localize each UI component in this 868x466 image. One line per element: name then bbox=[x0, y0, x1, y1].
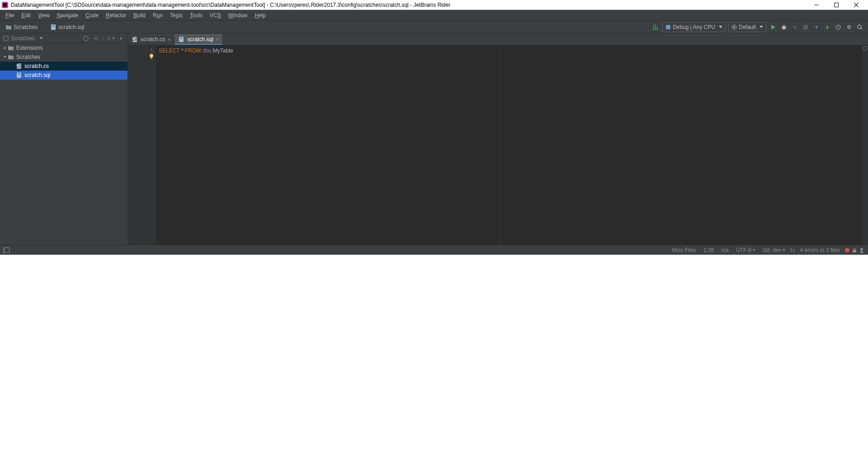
status-hector-icon[interactable] bbox=[858, 247, 865, 254]
editor-area: C#scratch.cs×scratch.sql× 1 SELECT * FRO… bbox=[128, 33, 868, 245]
status-encoding[interactable]: UTF-8 bbox=[732, 247, 759, 253]
sql-file-icon bbox=[178, 36, 184, 43]
menu-run[interactable]: Run bbox=[149, 11, 166, 20]
svg-point-11 bbox=[858, 25, 861, 29]
hide-panel-icon[interactable] bbox=[117, 34, 125, 43]
menu-navigate[interactable]: Navigate bbox=[53, 11, 82, 20]
vcs-update-button[interactable] bbox=[811, 22, 822, 33]
right-margin-guide bbox=[500, 45, 500, 245]
close-tab-icon[interactable]: × bbox=[216, 37, 219, 42]
project-panel-header[interactable]: Scratches | bbox=[0, 33, 127, 43]
tree-file[interactable]: C#scratch.cs bbox=[0, 62, 127, 71]
vcs-history-button[interactable] bbox=[833, 22, 844, 33]
target-icon bbox=[731, 24, 737, 30]
status-misc-files[interactable]: Misc Files bbox=[669, 247, 700, 253]
folder-icon bbox=[7, 45, 14, 51]
menu-tests[interactable]: Tests bbox=[166, 11, 186, 20]
error-stripe[interactable] bbox=[862, 45, 868, 245]
expand-arrow-down-icon[interactable] bbox=[3, 55, 7, 59]
stop-button[interactable] bbox=[800, 22, 811, 33]
sql-file-icon bbox=[50, 24, 57, 30]
chevron-down-icon bbox=[39, 37, 43, 39]
svg-rect-12 bbox=[4, 36, 8, 41]
target-selector[interactable]: Default bbox=[728, 22, 766, 32]
configuration-selector[interactable]: Debug | Any CPU bbox=[662, 22, 726, 32]
tab-label: scratch.sql bbox=[187, 36, 213, 43]
svg-rect-26 bbox=[853, 250, 856, 252]
menu-view[interactable]: View bbox=[34, 11, 53, 20]
breadcrumb-scratches[interactable]: Scratches bbox=[3, 23, 40, 31]
build-button[interactable] bbox=[650, 22, 661, 33]
tab-label: scratch.cs bbox=[141, 36, 165, 43]
debug-button[interactable] bbox=[778, 22, 789, 33]
analysis-status-icon[interactable] bbox=[863, 46, 867, 51]
status-errors[interactable]: 4 errors in 3 files bbox=[796, 247, 844, 253]
maximize-button[interactable] bbox=[826, 0, 846, 10]
status-line-separator[interactable]: n/a bbox=[717, 247, 732, 253]
menu-edit[interactable]: Edit bbox=[18, 11, 34, 20]
collapse-all-icon[interactable] bbox=[92, 34, 100, 43]
chevron-down-icon bbox=[760, 26, 763, 28]
status-caret-position[interactable]: 1:26 bbox=[700, 247, 717, 253]
settings-icon[interactable] bbox=[107, 34, 115, 43]
svg-rect-2 bbox=[835, 3, 839, 7]
run-button[interactable] bbox=[768, 22, 778, 33]
menu-build[interactable]: Build bbox=[130, 11, 149, 20]
svg-point-18 bbox=[18, 73, 20, 75]
svg-rect-9 bbox=[803, 25, 808, 29]
svg-rect-23 bbox=[151, 58, 152, 59]
editor-tab[interactable]: scratch.sql× bbox=[175, 34, 223, 45]
close-tab-icon[interactable]: × bbox=[168, 37, 170, 42]
status-git-branch[interactable]: Git: dev bbox=[759, 247, 789, 253]
tree-folder[interactable]: Scratches bbox=[0, 52, 127, 62]
tree-label: scratch.sql bbox=[24, 72, 50, 78]
attach-button[interactable] bbox=[789, 22, 800, 33]
menu-code[interactable]: Code bbox=[82, 11, 102, 20]
status-indent-icon[interactable] bbox=[789, 247, 796, 254]
locate-icon[interactable] bbox=[82, 34, 90, 43]
expand-arrow-right-icon[interactable] bbox=[3, 46, 7, 50]
menu-vcs[interactable]: VCS bbox=[206, 11, 225, 20]
project-panel: Scratches | ExtensionsScratchesC#scratch… bbox=[0, 33, 128, 245]
breadcrumb-label: scratch.sql bbox=[58, 24, 84, 30]
search-everywhere-button[interactable] bbox=[854, 22, 865, 33]
svg-point-7 bbox=[733, 26, 735, 28]
svg-text:C#: C# bbox=[132, 36, 138, 42]
sql-file-icon bbox=[15, 72, 23, 78]
vcs-commit-button[interactable] bbox=[822, 22, 833, 33]
main-area: Scratches | ExtensionsScratchesC#scratch… bbox=[0, 33, 868, 245]
editor-body[interactable]: 1 SELECT * FROM dbo.MyTable bbox=[128, 45, 868, 245]
menu-tools[interactable]: Tools bbox=[186, 11, 206, 20]
window-title: DataManagementTool [C:\SDSource\data-man… bbox=[11, 2, 807, 8]
editor-gutter[interactable]: 1 bbox=[128, 45, 156, 245]
svg-point-14 bbox=[108, 38, 110, 39]
menu-file[interactable]: File bbox=[2, 11, 18, 20]
project-panel-title: Scratches bbox=[11, 35, 35, 42]
close-button[interactable] bbox=[846, 0, 866, 10]
svg-text:C#: C# bbox=[16, 63, 22, 69]
intention-bulb-icon[interactable] bbox=[149, 53, 154, 60]
vcs-revert-button[interactable] bbox=[844, 22, 854, 33]
editor-tabs: C#scratch.cs×scratch.sql× bbox=[128, 33, 868, 45]
toolwindow-toggle-icon[interactable] bbox=[3, 247, 10, 254]
breadcrumb-label: Scratches bbox=[14, 24, 38, 30]
status-error-icon[interactable] bbox=[844, 247, 851, 254]
editor-tab[interactable]: C#scratch.cs× bbox=[128, 34, 175, 45]
project-tree[interactable]: ExtensionsScratchesC#scratch.csscratch.s… bbox=[0, 43, 127, 245]
tree-file[interactable]: scratch.sql bbox=[0, 71, 127, 80]
svg-point-8 bbox=[782, 26, 786, 29]
code-line: SELECT * FROM dbo.MyTable bbox=[159, 47, 862, 54]
tree-label: Extensions bbox=[16, 45, 43, 51]
target-label: Default bbox=[739, 24, 756, 30]
menu-help[interactable]: Help bbox=[251, 11, 269, 20]
status-lock-icon[interactable] bbox=[851, 247, 858, 254]
menu-refactor[interactable]: Refactor bbox=[102, 11, 130, 20]
breadcrumb-file[interactable]: scratch.sql bbox=[47, 23, 87, 31]
menu-window[interactable]: Window bbox=[225, 11, 251, 20]
tree-folder[interactable]: Extensions bbox=[0, 43, 127, 52]
minimize-button[interactable] bbox=[807, 0, 826, 10]
folder-icon bbox=[7, 54, 14, 60]
code-editor[interactable]: SELECT * FROM dbo.MyTable bbox=[156, 45, 862, 245]
window-titlebar: DataManagementTool [C:\SDSource\data-man… bbox=[0, 0, 868, 10]
csharp-file-icon: C# bbox=[132, 36, 138, 43]
